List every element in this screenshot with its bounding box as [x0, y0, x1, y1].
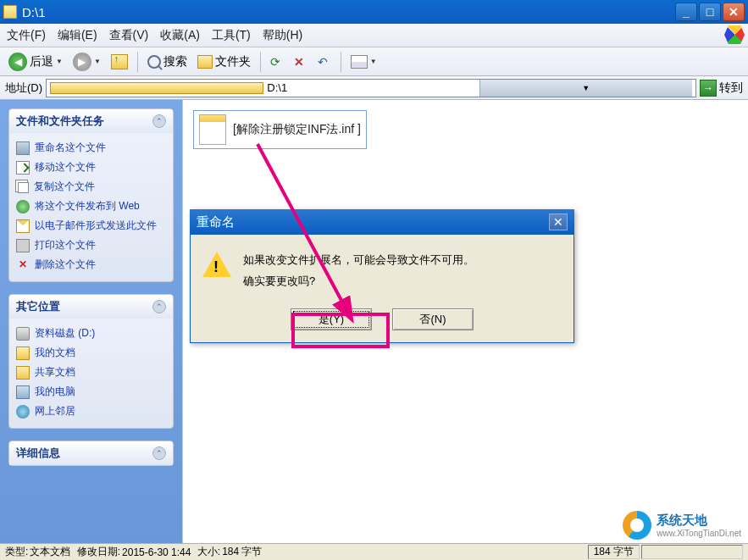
status-date-label: 修改日期: — [77, 545, 120, 559]
sync-icon: ⟳ — [270, 55, 284, 69]
go-arrow-icon: → — [700, 80, 717, 97]
place-network-places[interactable]: 网上邻居 — [16, 402, 166, 421]
forward-button[interactable]: ▶ ▼ — [69, 51, 104, 73]
address-path: D:\1 — [267, 81, 479, 94]
task-publish-web[interactable]: 将这个文件发布到 Web — [16, 197, 166, 216]
address-combo[interactable]: D:\1 ▼ — [46, 79, 696, 97]
views-dropdown-icon: ▼ — [370, 58, 377, 65]
watermark-line1: 系统天地 — [657, 513, 741, 529]
views-button[interactable]: ▼ — [347, 51, 380, 73]
close-button[interactable]: ✕ — [723, 3, 745, 21]
back-dropdown-icon: ▼ — [56, 58, 63, 65]
file-item[interactable]: [解除注册锁定INF法.inf ] — [193, 110, 367, 149]
place-label: 共享文档 — [35, 365, 75, 380]
yes-button[interactable]: 是(Y) — [291, 308, 372, 330]
task-copy[interactable]: 复制这个文件 — [16, 177, 166, 197]
file-name: [解除注册锁定INF法.inf ] — [233, 122, 361, 137]
status-size-value: 184 字节 — [222, 545, 262, 559]
collapse-icon: ⌃ — [152, 446, 166, 460]
place-drive-d[interactable]: 资料磁盘 (D:) — [16, 324, 166, 343]
rename-confirm-dialog: 重命名 ✕ 如果改变文件扩展名，可能会导致文件不可用。 确实要更改吗? 是(Y)… — [190, 209, 574, 343]
copy-icon — [18, 182, 29, 193]
dialog-line1: 如果改变文件扩展名，可能会导致文件不可用。 — [243, 250, 474, 271]
dialog-text: 如果改变文件扩展名，可能会导致文件不可用。 确实要更改吗? — [243, 250, 474, 291]
watermark: 系统天地 www.XiTongTianDi.net — [623, 511, 741, 540]
collapse-icon: ⌃ — [152, 114, 166, 128]
status-right-text: 184 字节 — [594, 545, 634, 559]
file-tasks-title: 文件和文件夹任务 — [16, 114, 104, 129]
go-label: 转到 — [719, 80, 743, 96]
menu-help[interactable]: 帮助(H) — [263, 28, 302, 43]
delete-icon: ✕ — [16, 258, 30, 272]
watermark-line2: www.XiTongTianDi.net — [657, 529, 741, 538]
toolbar: ◀ 后退 ▼ ▶ ▼ 搜索 文件夹 ⟳ ✕ ↶ ▼ — [0, 47, 748, 76]
move-icon — [16, 161, 30, 175]
folder-icon — [50, 82, 263, 94]
status-type-label: 类型: — [5, 545, 28, 559]
task-rename[interactable]: 重命名这个文件 — [16, 138, 166, 158]
up-button[interactable] — [108, 51, 131, 73]
folder-window-icon — [3, 5, 17, 19]
task-delete[interactable]: ✕删除这个文件 — [16, 255, 166, 274]
windows-flag-icon — [724, 25, 745, 44]
no-label: 否(N) — [419, 312, 446, 327]
back-label: 后退 — [30, 54, 53, 69]
other-places-header[interactable]: 其它位置 ⌃ — [9, 295, 173, 319]
task-print[interactable]: 打印这个文件 — [16, 236, 166, 255]
menu-edit[interactable]: 编辑(E) — [58, 28, 97, 43]
menu-bar: 文件(F) 编辑(E) 查看(V) 收藏(A) 工具(T) 帮助(H) — [0, 24, 748, 47]
details-header[interactable]: 详细信息 ⌃ — [9, 441, 173, 465]
address-label: 地址(D) — [5, 80, 42, 96]
address-dropdown-icon[interactable]: ▼ — [479, 80, 692, 97]
text-file-icon — [199, 114, 226, 145]
status-type-value: 文本文档 — [30, 545, 70, 559]
dialog-close-button[interactable]: ✕ — [549, 213, 568, 230]
file-tasks-header[interactable]: 文件和文件夹任务 ⌃ — [9, 109, 173, 133]
menu-view[interactable]: 查看(V) — [109, 28, 149, 43]
window-controls: _ □ ✕ — [673, 3, 745, 21]
search-button[interactable]: 搜索 — [144, 51, 191, 73]
views-icon — [351, 55, 368, 69]
mail-icon — [16, 219, 30, 233]
task-label: 重命名这个文件 — [35, 141, 106, 155]
task-label: 打印这个文件 — [35, 238, 96, 252]
address-bar: 地址(D) D:\1 ▼ → 转到 — [0, 76, 748, 100]
sync-button[interactable]: ⟳ — [267, 51, 287, 73]
dialog-line2: 确实要更改吗? — [243, 271, 474, 292]
toolbar-separator — [260, 52, 261, 72]
task-label: 复制这个文件 — [34, 180, 95, 194]
documents-icon — [16, 347, 30, 360]
place-my-computer[interactable]: 我的电脑 — [16, 382, 166, 402]
no-button[interactable]: 否(N) — [392, 308, 474, 330]
forward-arrow-icon: ▶ — [73, 53, 91, 71]
maximize-button[interactable]: □ — [699, 3, 721, 21]
task-label: 将这个文件发布到 Web — [35, 199, 140, 213]
menu-tools[interactable]: 工具(T) — [212, 28, 251, 43]
place-my-documents[interactable]: 我的文档 — [16, 343, 166, 363]
yes-label: 是(Y) — [319, 312, 344, 327]
folders-button[interactable]: 文件夹 — [194, 51, 254, 73]
place-label: 网上邻居 — [35, 404, 75, 419]
delete-button[interactable]: ✕ — [291, 51, 311, 73]
folder-up-icon — [111, 54, 128, 69]
search-label: 搜索 — [163, 54, 187, 69]
menu-file[interactable]: 文件(F) — [7, 28, 46, 43]
watermark-logo-icon — [623, 511, 651, 540]
undo-button[interactable]: ↶ — [314, 51, 335, 73]
status-zone-cell — [641, 545, 743, 559]
task-email[interactable]: 以电子邮件形式发送此文件 — [16, 216, 166, 236]
go-button[interactable]: → 转到 — [700, 79, 743, 97]
task-move[interactable]: 移动这个文件 — [16, 158, 166, 177]
minimize-button[interactable]: _ — [675, 3, 697, 21]
dialog-body: 如果改变文件扩展名，可能会导致文件不可用。 确实要更改吗? 是(Y) 否(N) — [190, 235, 574, 343]
warning-icon — [202, 252, 231, 280]
status-size-label: 大小: — [197, 545, 220, 559]
back-button[interactable]: ◀ 后退 ▼ — [5, 51, 66, 73]
place-shared-documents[interactable]: 共享文档 — [16, 363, 166, 382]
folders-icon — [197, 55, 213, 69]
computer-icon — [16, 385, 30, 399]
status-bar: 类型: 文本文档 修改日期: 2015-6-30 1:44 大小: 184 字节… — [0, 543, 748, 560]
web-icon — [16, 200, 30, 213]
tasks-side-panel: 文件和文件夹任务 ⌃ 重命名这个文件 移动这个文件 复制这个文件 将这个文件发布… — [0, 100, 182, 543]
menu-favorites[interactable]: 收藏(A) — [160, 28, 200, 43]
